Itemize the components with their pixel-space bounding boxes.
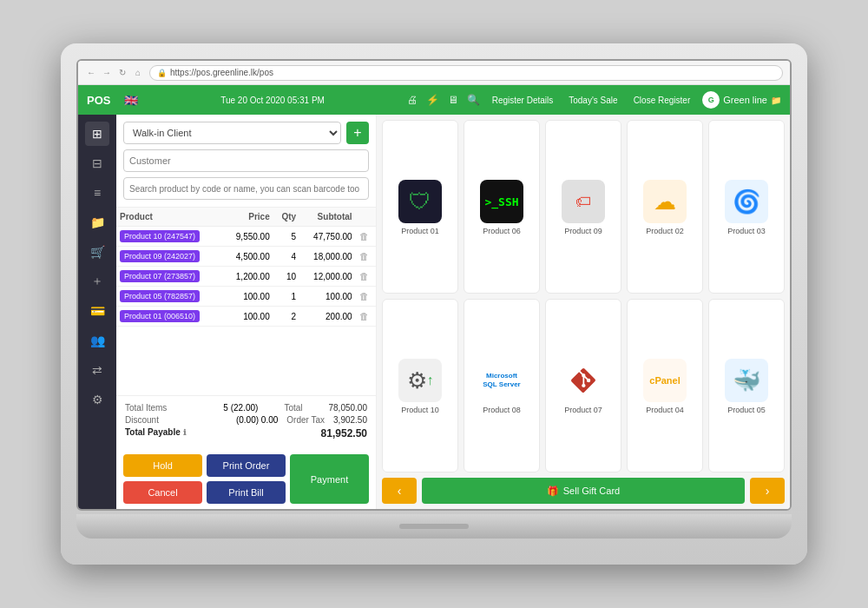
product-badge: Product 05 (782857) <box>120 290 200 302</box>
delete-row-button[interactable]: 🗑 <box>359 291 369 301</box>
next-page-button[interactable]: › <box>750 478 785 504</box>
close-register-button[interactable]: Close Register <box>630 94 694 107</box>
product-panel: 🛡 Product 01 >_SSH Product 06 🏷 Product … <box>377 115 790 509</box>
back-button[interactable]: ← <box>85 67 97 79</box>
print-order-button[interactable]: Print Order <box>207 454 286 477</box>
url-text: https://pos.greenline.lk/pos <box>170 68 273 77</box>
product-icon: ☁ <box>643 180 687 223</box>
table-row[interactable]: Product 10 (247547) 9,550.00 5 47,750.00… <box>116 227 376 247</box>
sidebar-item-folder[interactable]: 📁 <box>85 210 109 235</box>
order-table-wrapper: Product Price Qty Subtotal Product 10 (2… <box>116 208 376 395</box>
product-card[interactable]: Product 07 <box>545 299 621 473</box>
home-button[interactable]: ⌂ <box>132 67 144 79</box>
address-bar[interactable]: 🔒 https://pos.greenline.lk/pos <box>149 65 783 81</box>
hold-button[interactable]: Hold <box>123 454 202 477</box>
footer-total-items: Total Items 5 (22.00) Total 78,050.00 <box>125 403 367 413</box>
table-row[interactable]: Product 05 (782857) 100.00 1 100.00 🗑 <box>116 287 376 307</box>
sidebar-item-settings[interactable]: ⚙ <box>85 387 109 412</box>
total-payable-label: Total Payable ℹ <box>125 427 186 439</box>
print-bill-button[interactable]: Print Bill <box>207 481 286 504</box>
flag-icon: 🇬🇧 <box>124 94 138 107</box>
product-card[interactable]: 🐳 Product 05 <box>708 299 785 473</box>
cancel-button[interactable]: Cancel <box>123 481 202 504</box>
sidebar-item-pos[interactable]: ⊞ <box>85 122 109 146</box>
sidebar-item-card[interactable]: 💳 <box>85 299 109 323</box>
user-avatar: G <box>702 91 720 109</box>
sell-gift-label: Sell Gift Card <box>563 486 620 496</box>
sidebar-item-cart[interactable]: 🛒 <box>85 240 109 264</box>
order-table: Product Price Qty Subtotal Product 10 (2… <box>116 208 376 327</box>
col-subtotal: Subtotal <box>299 208 356 227</box>
total-items-label: Total Items <box>125 403 167 413</box>
sidebar-item-list[interactable]: ≡ <box>85 181 109 205</box>
product-name: Product 03 <box>727 227 766 235</box>
product-card[interactable]: 🛡 Product 01 <box>382 120 458 294</box>
product-card[interactable]: >_SSH Product 06 <box>464 120 540 294</box>
order-tax-value: 3,902.50 <box>333 415 367 425</box>
search-input[interactable] <box>123 177 369 200</box>
search-nav-icon: 🔍 <box>467 94 480 106</box>
topnav: POS 🇬🇧 Tue 20 Oct 2020 05:31 PM 🖨 ⚡ 🖥 🔍 … <box>78 85 790 115</box>
total-label: Total <box>284 403 302 413</box>
reload-button[interactable]: ↻ <box>116 67 128 79</box>
product-name: Product 09 <box>564 227 602 235</box>
footer-total-payable: Total Payable ℹ 81,952.50 <box>125 427 367 439</box>
product-icon: 🐳 <box>725 359 768 402</box>
product-card[interactable]: ☁ Product 02 <box>627 120 703 294</box>
client-select[interactable]: Walk-in Client <box>123 122 341 144</box>
pos-logo: POS <box>87 94 110 107</box>
files-icon: 📁 <box>771 96 781 105</box>
product-card[interactable]: MicrosoftSQL Server Product 08 <box>464 299 540 473</box>
table-header-row: Product Price Qty Subtotal <box>116 208 376 227</box>
product-name: Product 10 <box>401 406 439 414</box>
product-card[interactable]: cPanel Product 04 <box>627 299 703 473</box>
sidebar-item-plus[interactable]: ＋ <box>85 269 109 294</box>
customer-input[interactable] <box>123 149 369 172</box>
product-name: Product 04 <box>646 406 684 414</box>
delete-row-button[interactable]: 🗑 <box>359 311 369 321</box>
sell-gift-button[interactable]: 🎁 Sell Gift Card <box>422 478 745 504</box>
order-actions: Hold Print Order Payment Cancel Print Bi… <box>116 449 376 509</box>
product-name: Product 07 <box>564 406 602 414</box>
discount-value: (0.00) 0.00 <box>236 415 278 425</box>
sidebar-item-share[interactable]: ⇄ <box>85 358 109 382</box>
col-action <box>356 208 376 227</box>
product-name: Product 06 <box>483 227 521 235</box>
pos-app: POS 🇬🇧 Tue 20 Oct 2020 05:31 PM 🖨 ⚡ 🖥 🔍 … <box>78 85 790 509</box>
delete-row-button[interactable]: 🗑 <box>359 231 369 241</box>
todays-sale-button[interactable]: Today's Sale <box>565 94 621 107</box>
datetime: Tue 20 Oct 2020 05:31 PM <box>147 96 398 105</box>
total-payable-value: 81,952.50 <box>321 427 367 439</box>
col-product: Product <box>116 208 223 227</box>
register-details-button[interactable]: Register Details <box>489 94 557 107</box>
product-card[interactable]: 🏷 Product 09 <box>545 120 621 294</box>
product-bottom: ‹ 🎁 Sell Gift Card › <box>382 478 785 504</box>
sidebar-item-users[interactable]: 👥 <box>85 328 109 353</box>
footer-discount: Discount (0.00) 0.00 Order Tax 3,902.50 <box>125 415 367 425</box>
product-name: Product 08 <box>483 406 521 414</box>
sidebar-item-grid[interactable]: ⊟ <box>85 151 109 175</box>
table-row[interactable]: Product 07 (273857) 1,200.00 10 12,000.0… <box>116 267 376 287</box>
browser-bar: ← → ↻ ⌂ 🔒 https://pos.greenline.lk/pos <box>78 61 790 85</box>
table-row[interactable]: Product 01 (006510) 100.00 2 200.00 🗑 <box>116 307 376 327</box>
monitor-icon: 🖥 <box>448 94 458 106</box>
user-name: Green line <box>723 95 767 105</box>
product-name: Product 02 <box>646 227 684 235</box>
product-icon: 🛡 <box>398 180 442 223</box>
product-grid: 🛡 Product 01 >_SSH Product 06 🏷 Product … <box>382 120 785 473</box>
delete-row-button[interactable]: 🗑 <box>359 251 369 261</box>
table-row[interactable]: Product 09 (242027) 4,500.00 4 18,000.00… <box>116 247 376 267</box>
user-info: G Green line 📁 <box>702 91 781 109</box>
payment-button[interactable]: Payment <box>290 454 369 504</box>
col-price: Price <box>223 208 273 227</box>
product-card[interactable]: ⚙↑ Product 10 <box>382 299 458 473</box>
product-badge: Product 01 (006510) <box>120 310 200 322</box>
pos-main: ⊞ ⊟ ≡ 📁 🛒 ＋ 💳 👥 ⇄ ⚙ Wal <box>78 115 790 509</box>
delete-row-button[interactable]: 🗑 <box>359 271 369 281</box>
product-card[interactable]: 🌀 Product 03 <box>708 120 785 294</box>
forward-button[interactable]: → <box>101 67 113 79</box>
product-icon: cPanel <box>643 359 687 402</box>
add-client-button[interactable]: + <box>346 122 369 144</box>
total-value: 78,050.00 <box>329 403 368 413</box>
prev-page-button[interactable]: ‹ <box>382 478 417 504</box>
